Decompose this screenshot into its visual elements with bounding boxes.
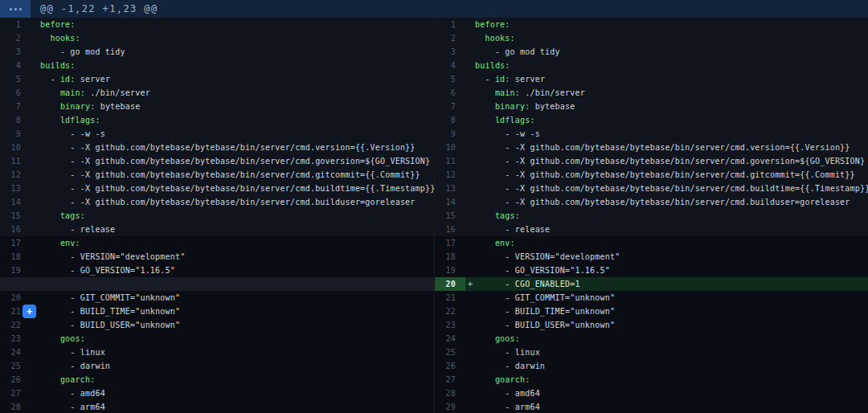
diff-row: 1before: xyxy=(435,18,868,31)
diff-row: 13 - -X github.com/bytebase/bytebase/bin… xyxy=(435,182,868,195)
hunk-header-row: @@ -1,22 +1,23 @@ xyxy=(0,0,868,18)
line-number[interactable]: 7 xyxy=(0,100,31,113)
line-number[interactable]: 28 xyxy=(0,400,31,413)
line-number[interactable]: 5 xyxy=(0,72,31,86)
gutter-spacer xyxy=(31,400,40,413)
code-line: - id: server xyxy=(40,72,110,86)
line-number[interactable]: 28 xyxy=(435,386,465,400)
code-line: - BUILD_USER="unknown" xyxy=(475,318,615,332)
code-line: - amd64 xyxy=(475,386,540,400)
diff-row: 2 hooks: xyxy=(435,31,868,45)
line-number[interactable]: 20 xyxy=(435,277,465,291)
gutter-spacer xyxy=(31,346,40,359)
diff-row: 12 - -X github.com/bytebase/bytebase/bin… xyxy=(435,168,868,182)
line-number[interactable]: 8 xyxy=(435,113,465,127)
code-line: hooks: xyxy=(475,31,515,45)
line-number[interactable]: 8 xyxy=(0,113,31,127)
line-number[interactable]: 13 xyxy=(435,182,465,195)
line-number[interactable]: 18 xyxy=(0,250,31,264)
add-comment-button[interactable]: + xyxy=(23,305,36,318)
gutter-spacer xyxy=(465,141,475,154)
diff-row: 6 main: ./bin/server xyxy=(0,86,434,100)
line-number[interactable]: 9 xyxy=(435,127,465,141)
line-number[interactable]: 27 xyxy=(0,386,31,400)
line-number[interactable]: 2 xyxy=(0,31,31,45)
line-number[interactable]: 15 xyxy=(0,209,31,223)
gutter-spacer xyxy=(465,45,475,59)
expand-hunk-button[interactable] xyxy=(0,0,31,18)
line-number[interactable]: 19 xyxy=(0,264,31,277)
code-line: - darwin xyxy=(40,359,110,373)
line-number[interactable]: 25 xyxy=(0,359,31,373)
gutter-spacer xyxy=(465,59,475,72)
line-number[interactable]: 3 xyxy=(435,45,465,59)
line-number[interactable]: 16 xyxy=(0,223,31,236)
line-number[interactable]: 17 xyxy=(0,236,31,250)
line-number[interactable]: 5 xyxy=(435,72,465,86)
gutter-spacer xyxy=(465,86,475,100)
line-number[interactable]: 24 xyxy=(0,346,31,359)
gutter-spacer xyxy=(465,386,475,400)
gutter-spacer xyxy=(31,168,40,182)
line-number[interactable]: 9 xyxy=(0,127,31,141)
line-number[interactable]: 12 xyxy=(435,168,465,182)
line-number[interactable]: 10 xyxy=(435,141,465,154)
line-number[interactable]: 26 xyxy=(0,373,31,386)
diff-row: 9 - -w -s xyxy=(435,127,868,141)
diff-row: 8 ldflags: xyxy=(0,113,434,127)
line-number[interactable]: 20 xyxy=(0,291,31,305)
line-number[interactable]: 4 xyxy=(435,59,465,72)
line-number[interactable]: 4 xyxy=(0,59,31,72)
line-number[interactable]: 29 xyxy=(435,400,465,413)
code-line: env: xyxy=(475,236,515,250)
code-line: - -X github.com/bytebase/bytebase/bin/se… xyxy=(40,195,416,209)
gutter-spacer xyxy=(31,31,40,45)
line-number[interactable]: 18 xyxy=(435,250,465,264)
diff-row: 23 goos: xyxy=(0,332,434,346)
gutter-spacer xyxy=(31,264,40,277)
line-number[interactable]: 1 xyxy=(0,18,31,31)
line-number[interactable]: 1 xyxy=(435,18,465,31)
line-number[interactable]: 15 xyxy=(435,209,465,223)
gutter-spacer xyxy=(31,113,40,127)
line-number[interactable]: 22 xyxy=(0,318,31,332)
line-number[interactable]: 25 xyxy=(435,346,465,359)
line-number[interactable]: 19 xyxy=(435,264,465,277)
gutter-spacer xyxy=(465,72,475,86)
line-number[interactable]: 2 xyxy=(435,31,465,45)
diff-row: 27 - amd64 xyxy=(0,386,434,400)
diff-row: 7 binary: bytebase xyxy=(0,100,434,113)
line-number[interactable]: 24 xyxy=(435,332,465,346)
line-number[interactable]: 6 xyxy=(0,86,31,100)
gutter-spacer xyxy=(465,400,475,413)
code-line: tags: xyxy=(40,209,85,223)
line-number[interactable]: 3 xyxy=(0,45,31,59)
code-line: - GO_VERSION="1.16.5" xyxy=(475,264,610,277)
gutter-spacer xyxy=(465,18,475,31)
code-line: tags: xyxy=(475,209,520,223)
line-number[interactable]: 16 xyxy=(435,223,465,236)
diff-row: 11 - -X github.com/bytebase/bytebase/bin… xyxy=(0,154,434,168)
line-number[interactable]: 23 xyxy=(435,318,465,332)
line-number[interactable]: 27 xyxy=(435,373,465,386)
line-number[interactable]: 22 xyxy=(435,305,465,318)
line-number[interactable]: 21 xyxy=(435,291,465,305)
code-line: - -X github.com/bytebase/bytebase/bin/se… xyxy=(40,168,420,182)
gutter-spacer xyxy=(31,127,40,141)
code-line: - -X github.com/bytebase/bytebase/bin/se… xyxy=(475,182,868,195)
line-number[interactable]: 6 xyxy=(435,86,465,100)
line-number[interactable]: 12 xyxy=(0,168,31,182)
line-number[interactable]: 11 xyxy=(0,154,31,168)
code-line: before: xyxy=(475,18,510,31)
diff-row: 16 - release xyxy=(0,223,434,236)
line-number[interactable]: 13 xyxy=(0,182,31,195)
line-number[interactable]: 17 xyxy=(435,236,465,250)
line-number[interactable]: 10 xyxy=(0,141,31,154)
code-line: - -X github.com/bytebase/bytebase/bin/se… xyxy=(475,168,855,182)
line-number[interactable]: 14 xyxy=(435,195,465,209)
line-number[interactable]: 26 xyxy=(435,359,465,373)
line-number[interactable]: 11 xyxy=(435,154,465,168)
line-number[interactable]: 7 xyxy=(435,100,465,113)
line-number[interactable]: 14 xyxy=(0,195,31,209)
line-number[interactable]: 23 xyxy=(0,332,31,346)
